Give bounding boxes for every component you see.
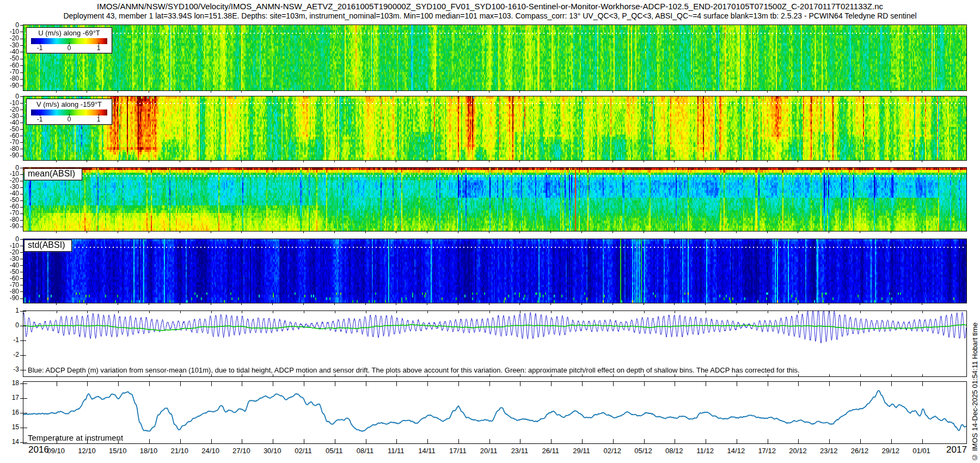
depth-tick-mark xyxy=(20,65,23,66)
v-colorbar-tick-label: 0 xyxy=(68,115,71,123)
date-tick-mark xyxy=(922,91,922,93)
depth-tick-mark xyxy=(20,116,23,117)
panel-std-absi: std(ABSI) xyxy=(23,239,967,303)
imos-timestamp-watermark: © IMOS 14-Dec-2025 01:54:11 Hobart time xyxy=(971,322,979,461)
date-tick-mark xyxy=(581,303,582,305)
date-axis-label: 12/10 xyxy=(70,447,103,455)
date-tick-mark xyxy=(365,91,366,93)
panel-mean-absi: mean(ABSI) xyxy=(23,167,967,232)
date-tick-mark xyxy=(644,303,644,305)
depth-variation-tick-label: 1 xyxy=(0,307,19,314)
std-absi-label: std(ABSI) xyxy=(24,240,72,252)
depth-tick-label: -90 xyxy=(0,152,19,159)
figure-subtitle: Deployment 43, member 1 lat=33.94S lon=1… xyxy=(0,11,980,20)
depth-tick-mark xyxy=(20,149,23,149)
date-axis-label: 21/10 xyxy=(163,447,196,455)
date-tick-mark xyxy=(427,161,427,162)
date-tick-mark xyxy=(705,303,706,305)
temperature-tick-label: 18 xyxy=(0,380,19,387)
date-axis-label: 01/01 xyxy=(905,447,938,455)
depth-tick-mark xyxy=(20,25,23,26)
date-tick-mark xyxy=(767,91,768,93)
date-axis-label: 15/10 xyxy=(101,447,134,455)
date-tick-mark xyxy=(736,161,737,162)
temperature-tick-mark xyxy=(20,413,23,413)
date-tick-mark xyxy=(180,232,180,233)
date-tick-mark xyxy=(674,91,675,93)
depth-tick-mark xyxy=(20,39,23,39)
depth-tick-mark xyxy=(20,96,23,97)
date-tick-mark xyxy=(87,303,87,305)
date-tick-mark xyxy=(550,91,551,93)
temperature-tick-label: 15 xyxy=(0,424,19,431)
date-tick-mark xyxy=(303,303,304,305)
date-tick-mark xyxy=(365,232,366,233)
date-tick-mark xyxy=(519,161,520,162)
depth-tick-mark xyxy=(20,239,23,240)
date-tick-mark xyxy=(458,232,458,233)
u-colorbar-tick-label: 0 xyxy=(68,44,71,52)
date-tick-mark xyxy=(519,303,520,305)
date-axis-label: 11/12 xyxy=(689,447,721,455)
date-axis-label: 18/10 xyxy=(132,447,165,455)
date-tick-mark xyxy=(705,91,706,93)
date-tick-mark xyxy=(891,161,891,162)
date-tick-mark xyxy=(550,232,551,233)
date-tick-mark xyxy=(891,303,891,305)
depth-tick-mark xyxy=(20,200,23,201)
depth-tick-mark xyxy=(20,168,23,168)
date-tick-mark xyxy=(581,232,582,233)
depth-tick-mark xyxy=(20,194,23,194)
date-tick-mark xyxy=(705,232,706,233)
depth-tick-mark xyxy=(20,220,23,221)
mean-absi-label: mean(ABSI) xyxy=(24,168,82,180)
v-colorbar-tick-label: -1 xyxy=(37,115,43,123)
depth-tick-mark xyxy=(20,227,23,227)
date-tick-mark xyxy=(303,232,304,233)
depth-tick-mark xyxy=(20,259,23,259)
date-tick-mark xyxy=(829,232,829,233)
date-tick-mark xyxy=(922,161,922,162)
depth-tick-mark xyxy=(20,79,23,80)
depth-tick-mark xyxy=(20,142,23,143)
depth-tick-mark xyxy=(20,265,23,266)
date-tick-mark xyxy=(365,303,366,305)
date-tick-mark xyxy=(211,91,211,93)
depth-tick-mark xyxy=(20,278,23,279)
date-tick-mark xyxy=(334,161,335,162)
u-colorbar-legend: U (m/s) along -69°T -1 0 1 xyxy=(26,27,112,53)
depth-variation-tick-label: -2 xyxy=(0,351,19,358)
date-tick-mark xyxy=(581,91,582,93)
depth-tick-mark xyxy=(20,252,23,253)
panel-u-velocity: U (m/s) along -69°T -1 0 1 xyxy=(23,25,967,91)
date-tick-mark xyxy=(489,303,489,305)
date-tick-mark xyxy=(612,91,613,93)
date-axis-label: 20/11 xyxy=(473,447,505,455)
date-tick-mark xyxy=(180,91,180,93)
temperature-label: Temperature at instrument xyxy=(28,433,123,442)
depth-variation-tick-label: -3 xyxy=(0,366,19,373)
depth-tick-mark xyxy=(20,103,23,103)
date-tick-mark xyxy=(860,161,860,162)
date-axis-label: 24/10 xyxy=(194,447,227,455)
date-tick-mark xyxy=(922,303,922,305)
depth-tick-mark xyxy=(20,59,23,59)
date-axis-label: 17/12 xyxy=(751,447,783,455)
depth-tick-mark xyxy=(20,86,23,86)
date-tick-mark xyxy=(272,303,273,305)
depth-tick-mark xyxy=(20,174,23,175)
date-tick-mark xyxy=(829,91,829,93)
date-tick-mark xyxy=(922,232,922,233)
date-tick-mark xyxy=(241,91,242,93)
temperature-tick-mark xyxy=(20,442,23,443)
adcp-mooring-figure: IMOS/ANMN/NSW/SYD100/Velocity/IMOS_ANMN-… xyxy=(0,0,980,463)
date-axis-label: 09/10 xyxy=(40,447,72,455)
v-colorbar-legend: V (m/s) along -159°T -1 0 1 xyxy=(26,99,112,125)
date-tick-mark xyxy=(644,232,644,233)
date-axis-label: 14/12 xyxy=(720,447,752,455)
date-tick-mark xyxy=(272,232,273,233)
depth-tick-mark xyxy=(20,129,23,130)
date-tick-mark xyxy=(56,303,57,305)
depth-tick-label: -90 xyxy=(0,82,19,89)
date-tick-mark xyxy=(334,232,335,233)
